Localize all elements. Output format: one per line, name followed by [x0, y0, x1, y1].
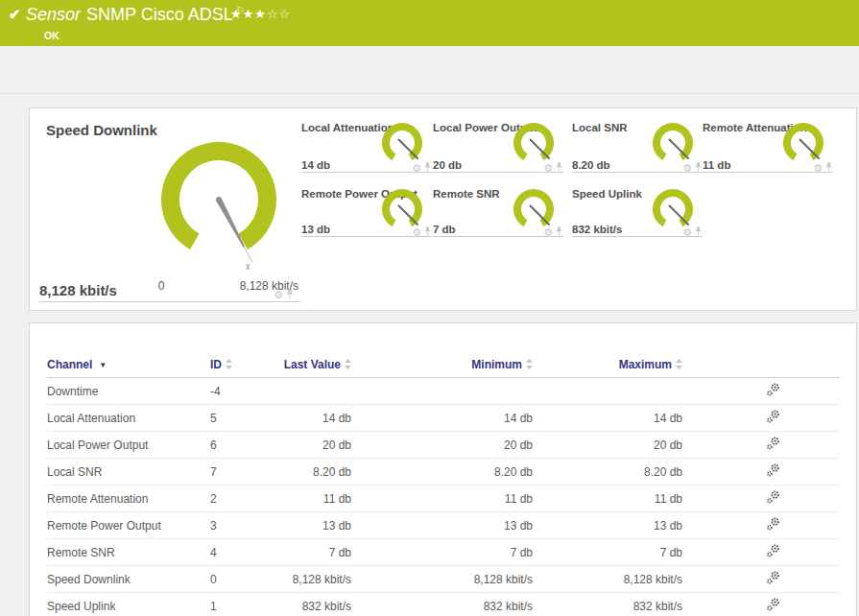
channel-settings-gears-icon[interactable] — [766, 570, 781, 585]
channel-id: 2 — [210, 486, 268, 512]
gauge-speed-downlink: Speed Downlink x̄ 0 8,128 kbit/s 8,128 k… — [39, 116, 300, 302]
channel-id: 3 — [210, 512, 268, 539]
column-header-id[interactable]: ID — [210, 352, 268, 378]
pin-icon[interactable] — [555, 162, 563, 173]
gauge-dial — [512, 187, 556, 231]
channel-maximum: 14 db — [533, 405, 682, 432]
channel-gear-icon[interactable]: ⚙ — [543, 163, 553, 173]
channel-last-value — [268, 378, 351, 405]
channel-name[interactable]: Local SNR — [47, 459, 210, 486]
channel-minimum: 14 db — [351, 405, 533, 432]
channels-panel: Channel▼ ID Last Value Minimum Maximum D… — [29, 322, 857, 616]
channel-settings-gears-icon[interactable] — [766, 489, 781, 505]
sensor-title-prefix: Sensor — [26, 5, 81, 24]
table-row: Remote Power Output 3 13 db 13 db 13 db — [47, 512, 840, 539]
channel-name[interactable]: Speed Uplink — [47, 593, 210, 616]
gauge-value: 11 db — [703, 159, 730, 171]
gauge-dial — [380, 121, 424, 165]
channel-last-value: 8.20 db — [268, 459, 351, 486]
tab-bar: Overview Live Data 2 days 30 days 365 da… — [0, 46, 859, 94]
channel-minimum: 832 kbit/s — [351, 593, 533, 616]
channel-last-value: 11 db — [268, 486, 351, 512]
channel-gear-icon[interactable]: ⚙ — [682, 227, 692, 237]
gauge-title: Local SNR — [572, 122, 628, 133]
channel-settings-gears-icon[interactable] — [766, 543, 781, 558]
table-row: Local SNR 7 8.20 db 8.20 db 8.20 db — [47, 459, 840, 486]
priority-stars[interactable]: ★★★☆☆ — [230, 7, 291, 21]
pin-icon[interactable] — [694, 162, 703, 173]
channel-settings-gears-icon[interactable] — [766, 462, 781, 478]
gauge-local-power-output: Local Power Output 20 db ⚙ — [433, 118, 563, 173]
gauge-title: Speed Uplink — [572, 188, 642, 200]
table-row: Speed Downlink 0 8,128 kbit/s 8,128 kbit… — [47, 566, 840, 593]
stars-empty: ☆☆ — [267, 7, 291, 21]
sort-icon — [526, 359, 533, 372]
gauge-remote-power-output: Remote Power Output 13 db ⚙ — [301, 184, 432, 237]
sensor-title-name: SNMP Cisco ADSL — [86, 5, 233, 24]
channels-table: Channel▼ ID Last Value Minimum Maximum D… — [47, 352, 840, 616]
channel-name[interactable]: Remote SNR — [47, 539, 210, 566]
channel-minimum: 7 db — [351, 539, 533, 566]
channel-gear-icon[interactable]: ⚙ — [412, 227, 421, 237]
channel-gear-icon[interactable]: ⚙ — [682, 163, 692, 173]
channel-settings-gears-icon[interactable] — [766, 597, 781, 612]
sensor-title: SensorSNMP Cisco ADSL⚐ — [26, 5, 245, 25]
channel-gear-icon[interactable]: ⚙ — [412, 163, 421, 173]
status-ok-check-icon: ✔ — [9, 6, 21, 23]
gauge-title: Remote SNR — [433, 188, 500, 200]
channel-name[interactable]: Local Power Output — [47, 432, 210, 459]
channel-name[interactable]: Remote Power Output — [47, 512, 210, 539]
gauge-value: 8,128 kbit/s — [39, 282, 117, 298]
gauge-title: Speed Downlink — [46, 122, 157, 138]
channel-minimum: 8.20 db — [351, 459, 533, 486]
stars-filled: ★★★ — [230, 7, 267, 21]
channel-last-value: 8,128 kbit/s — [268, 566, 351, 593]
channel-gear-icon[interactable]: ⚙ — [274, 290, 283, 299]
channel-id: 5 — [210, 405, 268, 432]
gauge-local-snr: Local SNR 8.20 db ⚙ — [572, 118, 703, 173]
table-row: Local Power Output 6 20 db 20 db 20 db — [47, 432, 840, 459]
channel-minimum — [351, 378, 533, 405]
table-row: Speed Uplink 1 832 kbit/s 832 kbit/s 832… — [47, 593, 840, 616]
pin-icon[interactable] — [423, 162, 432, 173]
gauge-dial — [512, 121, 556, 165]
channel-last-value: 832 kbit/s — [268, 593, 351, 616]
channel-maximum: 20 db — [533, 432, 682, 459]
channel-settings-gears-icon[interactable] — [766, 382, 781, 397]
channel-gear-icon[interactable]: ⚙ — [543, 227, 553, 237]
average-marker: x̄ — [246, 262, 251, 272]
pin-icon[interactable] — [555, 226, 563, 237]
channel-minimum: 8,128 kbit/s — [351, 566, 533, 593]
column-header-maximum[interactable]: Maximum — [533, 352, 682, 378]
column-header-last-value[interactable]: Last Value — [268, 352, 351, 378]
gauge-local-attenuation: Local Attenuation 14 db ⚙ — [301, 118, 432, 173]
table-row: Remote SNR 4 7 db 7 db 7 db — [47, 539, 840, 566]
pin-icon[interactable] — [694, 226, 703, 237]
gauge-dial — [380, 187, 424, 231]
channel-last-value: 20 db — [268, 432, 351, 459]
column-label: Channel — [47, 358, 92, 371]
channel-name[interactable]: Local Attenuation — [47, 405, 210, 432]
channel-id: 7 — [210, 459, 268, 486]
gauge-value: 13 db — [301, 224, 330, 235]
column-label: Minimum — [471, 358, 522, 371]
channel-maximum: 13 db — [533, 512, 682, 539]
column-header-minimum[interactable]: Minimum — [351, 352, 533, 378]
channel-maximum — [533, 378, 682, 405]
channel-settings-gears-icon[interactable] — [766, 436, 781, 451]
pin-icon[interactable] — [824, 162, 833, 173]
pin-icon[interactable] — [423, 226, 432, 237]
column-header-channel[interactable]: Channel▼ — [47, 352, 210, 378]
channel-gear-icon[interactable]: ⚙ — [813, 163, 823, 173]
channel-maximum: 11 db — [533, 486, 682, 512]
pin-icon[interactable] — [285, 289, 295, 300]
channel-name[interactable]: Speed Downlink — [47, 566, 210, 593]
channel-settings-gears-icon[interactable] — [766, 516, 781, 532]
channel-settings-gears-icon[interactable] — [766, 409, 781, 424]
sort-desc-icon: ▼ — [99, 361, 107, 369]
channel-name[interactable]: Downtime — [47, 378, 210, 405]
channel-name[interactable]: Remote Attenuation — [47, 486, 210, 512]
gauge-value: 7 db — [433, 224, 456, 235]
channel-id: 0 — [210, 566, 268, 593]
gauge-speed-uplink: Speed Uplink 832 kbit/s ⚙ — [572, 184, 703, 237]
